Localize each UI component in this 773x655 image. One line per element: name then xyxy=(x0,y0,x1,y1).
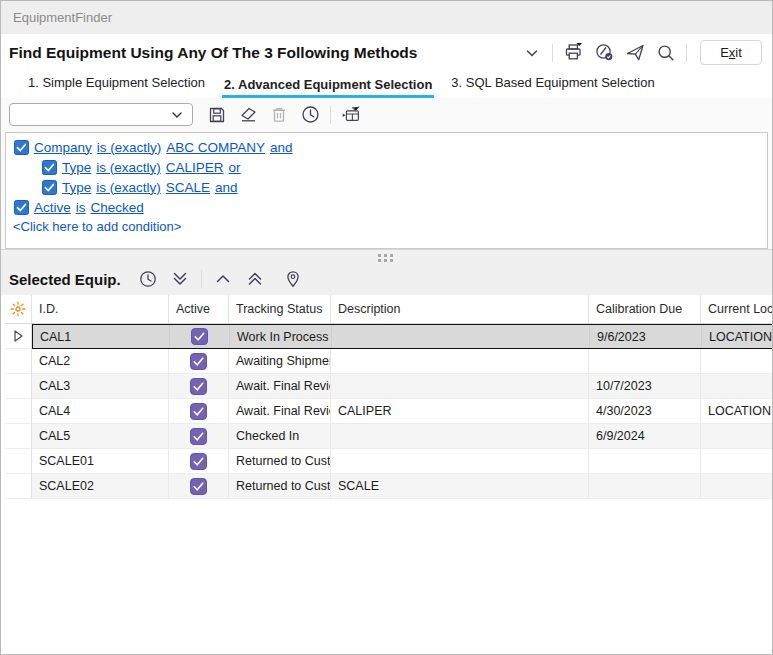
tab-bar: 1. Simple Equipment Selection 2. Advance… xyxy=(1,71,772,98)
column-header-tracking-status[interactable]: Tracking Status xyxy=(229,295,331,323)
search-icon[interactable] xyxy=(655,42,677,64)
cell-calibration-due: 10/7/2023 xyxy=(589,374,701,398)
active-checkbox[interactable] xyxy=(190,353,207,370)
location-pin-icon[interactable] xyxy=(282,268,304,290)
condition-operator[interactable]: is (exactly) xyxy=(96,180,161,195)
send-icon[interactable] xyxy=(624,42,646,64)
active-checkbox[interactable] xyxy=(191,328,208,345)
active-checkbox[interactable] xyxy=(190,453,207,470)
condition-field[interactable]: Active xyxy=(34,200,71,215)
condition-operator[interactable]: is xyxy=(76,200,86,215)
active-checkbox[interactable] xyxy=(190,428,207,445)
table-row[interactable]: SCALE02Returned to CustoSCALE xyxy=(5,474,773,499)
cell-current-location xyxy=(701,349,773,373)
row-selector-cell[interactable] xyxy=(5,324,32,349)
cell-description: CALIPER xyxy=(331,399,589,423)
table-row[interactable]: CAL4Await. Final ReviewCALIPER4/30/2023L… xyxy=(5,399,773,424)
chevron-down-icon[interactable] xyxy=(521,42,543,64)
condition-conjunction[interactable]: and xyxy=(215,180,238,195)
chevron-up-icon[interactable] xyxy=(212,268,234,290)
cell-description: SCALE xyxy=(331,474,589,498)
cell-current-location xyxy=(701,474,773,498)
table-row[interactable]: CAL5Checked In6/9/2024 xyxy=(5,424,773,449)
checkbox-checked-icon xyxy=(190,378,207,395)
row-selector-cell[interactable] xyxy=(5,424,32,449)
checkbox-checked-icon xyxy=(190,478,207,495)
condition-checkbox[interactable] xyxy=(14,140,29,155)
column-header-description[interactable]: Description xyxy=(331,295,589,323)
send-to-grid-icon[interactable] xyxy=(340,104,362,126)
tab-simple-equipment-selection[interactable]: 1. Simple Equipment Selection xyxy=(26,72,207,98)
active-checkbox[interactable] xyxy=(190,403,207,420)
cell-id: CAL2 xyxy=(32,349,169,373)
equipment-finder-window: EquipmentFinder Find Equipment Using Any… xyxy=(0,0,773,655)
row-data: SCALE01Returned to Custo xyxy=(32,449,773,474)
cell-calibration-due: 9/6/2023 xyxy=(590,325,702,348)
active-checkbox[interactable] xyxy=(190,478,207,495)
history-icon[interactable] xyxy=(137,268,159,290)
condition-operator[interactable]: is (exactly) xyxy=(96,160,161,175)
condition-conjunction[interactable]: and xyxy=(270,140,293,155)
current-row-arrow-icon xyxy=(14,330,23,342)
double-chevron-up-icon[interactable] xyxy=(244,268,266,290)
row-selector-cell[interactable] xyxy=(5,474,32,499)
cell-active xyxy=(169,374,229,398)
condition-value[interactable]: CALIPER xyxy=(166,160,224,175)
signature-verify-icon[interactable] xyxy=(593,42,615,64)
condition-field[interactable]: Type xyxy=(62,160,91,175)
condition-operator[interactable]: is (exactly) xyxy=(97,140,162,155)
cell-active xyxy=(169,349,229,373)
delete-filter-icon xyxy=(268,104,290,126)
column-header-calibration-due[interactable]: Calibration Due xyxy=(589,295,701,323)
tab-advanced-equipment-selection[interactable]: 2. Advanced Equipment Selection xyxy=(222,74,434,98)
add-condition-link[interactable]: <Click here to add condition> xyxy=(6,217,767,236)
condition-value[interactable]: SCALE xyxy=(166,180,210,195)
tab-sql-based-equipment-selection[interactable]: 3. SQL Based Equipment Selection xyxy=(449,72,656,98)
printer-icon[interactable] xyxy=(562,42,584,64)
splitter-grip[interactable] xyxy=(378,254,394,263)
condition-field[interactable]: Type xyxy=(62,180,91,195)
condition-panel-wrap: Companyis (exactly)ABC COMPANYandTypeis … xyxy=(1,131,772,249)
cell-current-location xyxy=(701,449,773,473)
cell-tracking-status: Returned to Custo xyxy=(229,449,331,473)
clear-filter-eraser-icon[interactable] xyxy=(237,104,259,126)
row-selector-cell[interactable] xyxy=(5,399,32,424)
cell-id: CAL5 xyxy=(32,424,169,448)
column-header-active[interactable]: Active xyxy=(169,295,229,323)
cell-tracking-status: Work In Process xyxy=(230,325,332,348)
cell-description xyxy=(331,424,589,448)
cell-description xyxy=(332,325,590,348)
filter-toolbar xyxy=(1,98,772,131)
save-filter-icon[interactable] xyxy=(206,104,228,126)
active-checkbox[interactable] xyxy=(190,378,207,395)
row-selector-cell[interactable] xyxy=(5,374,32,399)
cell-description xyxy=(331,374,589,398)
row-selector-cell[interactable] xyxy=(5,449,32,474)
cell-current-location: LOCATION 1 xyxy=(701,399,773,423)
table-row[interactable]: SCALE01Returned to Custo xyxy=(5,449,773,474)
row-data: SCALE02Returned to CustoSCALE xyxy=(32,474,773,499)
condition-field[interactable]: Company xyxy=(34,140,92,155)
condition-checkbox[interactable] xyxy=(14,200,29,215)
table-row[interactable]: CAL3Await. Final Review10/7/2023 xyxy=(5,374,773,399)
column-header-current-location[interactable]: Current Loca xyxy=(701,295,773,323)
table-row[interactable]: CAL1Work In Process9/6/2023LOCATION 1 xyxy=(5,324,773,349)
saved-filter-combobox[interactable] xyxy=(9,103,193,126)
condition-conjunction[interactable]: or xyxy=(229,160,241,175)
history-icon[interactable] xyxy=(299,104,321,126)
condition-checkbox[interactable] xyxy=(42,180,57,195)
condition-checkbox[interactable] xyxy=(42,160,57,175)
grid-corner-cell[interactable] xyxy=(5,295,32,323)
cell-tracking-status: Await. Final Review xyxy=(229,374,331,398)
checkbox-checked-icon xyxy=(14,140,29,155)
grid-body: CAL1Work In Process9/6/2023LOCATION 1CAL… xyxy=(5,324,773,499)
condition-value[interactable]: Checked xyxy=(91,200,144,215)
header: Find Equipment Using Any Of The 3 Follow… xyxy=(1,34,772,71)
exit-button[interactable]: Exit xyxy=(700,40,762,65)
table-row[interactable]: CAL2Awaiting Shipmen xyxy=(5,349,773,374)
column-header-id[interactable]: I.D. xyxy=(32,295,169,323)
divider xyxy=(552,44,553,62)
row-selector-cell[interactable] xyxy=(5,349,32,374)
condition-value[interactable]: ABC COMPANY xyxy=(166,140,265,155)
double-chevron-down-icon[interactable] xyxy=(169,268,191,290)
